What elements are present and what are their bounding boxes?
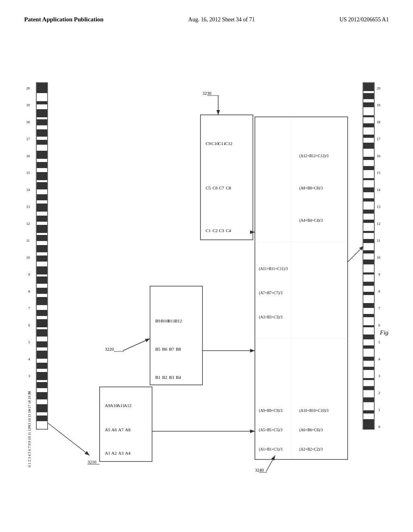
svg-rect-108	[363, 123, 374, 127]
svg-rect-130	[363, 239, 374, 243]
svg-rect-10	[37, 129, 47, 137]
group-b-box	[150, 286, 202, 385]
svg-rect-116	[363, 166, 374, 170]
svg-rect-119	[363, 180, 374, 187]
svg-text:10: 10	[26, 256, 30, 260]
svg-rect-1	[37, 83, 47, 91]
left-pixel-bar	[36, 83, 48, 429]
avg-a8b8c8: (A8+B8+C8)/3	[299, 186, 323, 191]
svg-rect-36	[37, 266, 47, 274]
a6-label: A6	[111, 427, 117, 432]
svg-rect-55	[37, 369, 47, 372]
c9-label: C9	[206, 141, 211, 146]
svg-rect-102	[363, 93, 374, 99]
svg-line-97	[266, 455, 275, 472]
c8-label: C8	[226, 185, 231, 190]
svg-rect-56	[37, 372, 47, 380]
svg-rect-148	[363, 335, 374, 339]
svg-rect-165	[363, 425, 374, 429]
svg-rect-151	[363, 349, 374, 357]
c1-label: C1	[206, 228, 211, 233]
svg-rect-29	[37, 233, 47, 235]
b10-label: B10	[161, 318, 169, 323]
svg-rect-112	[363, 143, 374, 149]
svg-rect-15	[37, 159, 47, 162]
svg-rect-13	[37, 145, 47, 151]
svg-rect-38	[37, 276, 47, 284]
svg-text:1: 1	[28, 408, 30, 412]
svg-rect-158	[363, 386, 374, 390]
svg-text:11: 11	[377, 239, 380, 243]
publication-title: Patent Application Publication	[24, 16, 104, 23]
svg-rect-156	[363, 378, 374, 380]
svg-rect-32	[37, 245, 47, 252]
b9-label: B9	[155, 318, 161, 323]
avg-a5b5c5: (A5+B5+C5)/3	[259, 428, 282, 432]
svg-rect-120	[363, 187, 374, 192]
b7-label: B7	[169, 347, 174, 351]
svg-text:1: 1	[378, 408, 380, 412]
svg-rect-100	[363, 83, 374, 91]
svg-text:7: 7	[28, 306, 30, 310]
svg-rect-145	[363, 317, 374, 325]
svg-rect-123	[363, 202, 374, 210]
svg-rect-141	[363, 295, 374, 303]
svg-rect-135	[363, 264, 374, 272]
a12-label: A12	[124, 403, 131, 408]
svg-text:17: 17	[26, 137, 30, 141]
svg-rect-134	[363, 260, 374, 264]
svg-rect-50	[37, 341, 47, 347]
svg-text:0: 0	[378, 425, 380, 429]
svg-rect-162	[363, 410, 374, 414]
b5-label: B5	[155, 347, 161, 351]
avg-a2b2c2: (A2+B2+C2)/3	[299, 447, 323, 452]
avg-a12b12c12: (A12+B12+C12)/3	[299, 154, 329, 158]
avg-a1b1c1: (A1+B1+C1)/3	[259, 447, 282, 452]
svg-text:16: 16	[26, 154, 30, 158]
svg-rect-122	[363, 198, 374, 202]
a9-label: A9	[105, 403, 111, 408]
svg-text:4: 4	[378, 357, 380, 361]
svg-rect-39	[37, 284, 47, 288]
svg-text:12: 12	[377, 222, 380, 226]
svg-rect-117	[363, 170, 374, 178]
svg-rect-53	[37, 359, 47, 363]
page-header: Patent Application Publication Aug. 16, …	[24, 16, 389, 23]
svg-text:0: 0	[28, 425, 30, 429]
svg-rect-16	[37, 162, 47, 168]
svg-rect-128	[363, 231, 374, 233]
svg-rect-146	[363, 325, 374, 327]
svg-rect-132	[363, 250, 374, 254]
svg-text:7: 7	[378, 306, 380, 310]
svg-rect-121	[363, 192, 374, 198]
svg-rect-12	[37, 140, 47, 145]
svg-rect-110	[363, 135, 374, 138]
svg-rect-109	[363, 127, 374, 135]
figure-diagram: 0 1 2 3 4 5 6 7 8 9 10 11 12 13 14 15 16…	[24, 44, 389, 508]
svg-rect-26	[37, 216, 47, 222]
svg-text:9: 9	[28, 272, 30, 276]
svg-rect-7	[37, 117, 47, 119]
right-bar-numbers: 0 1 2 3 4 5 6 7 8 9 10 11 12 13 14 15 16…	[377, 86, 381, 429]
svg-rect-14	[37, 151, 47, 159]
svg-text:20: 20	[26, 86, 30, 90]
svg-rect-17	[37, 168, 47, 172]
svg-rect-41	[37, 294, 47, 297]
c10-label: C10	[211, 141, 219, 146]
svg-text:3: 3	[28, 374, 30, 378]
svg-rect-129	[363, 233, 374, 239]
a11-label: A11	[117, 403, 125, 408]
svg-rect-58	[37, 382, 47, 388]
c11-label: C11	[218, 141, 225, 146]
svg-rect-137	[363, 274, 374, 282]
svg-text:0 1 2 3 4 5 6 7 8 9 10 11 12 1: 0 1 2 3 4 5 6 7 8 9 10 11 12 13 14 15 16…	[27, 391, 31, 467]
svg-rect-47	[37, 327, 47, 329]
svg-rect-150	[363, 345, 374, 349]
svg-rect-159	[363, 390, 374, 397]
c5-label: C5	[206, 185, 211, 190]
c3-label: C3	[219, 228, 224, 233]
publication-number: US 2012/0206655 A1	[340, 17, 389, 23]
svg-text:19: 19	[377, 103, 381, 107]
arrow-3210	[48, 423, 90, 455]
svg-text:10: 10	[377, 256, 381, 260]
